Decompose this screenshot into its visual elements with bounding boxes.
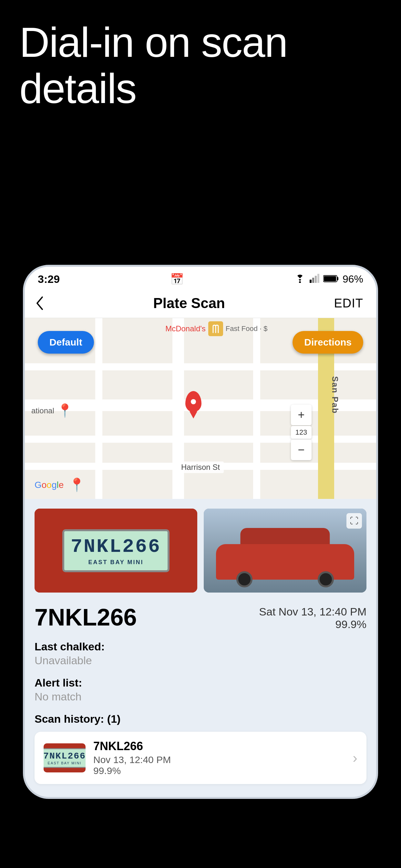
last-chalked-label: Last chalked: [35,640,366,653]
location-pin [185,391,202,412]
phone-mockup: 3:29 📅 [23,265,378,799]
location-pin-body [185,391,202,412]
history-plate-num: 7NKL266 [43,751,86,761]
last-chalked-value: Unavailable [35,654,366,667]
last-chalked-section: Last chalked: Unavailable [35,640,366,667]
map-zoom-controls: + 123 − [291,405,312,460]
national-marker: ational 📍 [31,403,73,418]
harrison-street-label: Harrison St [177,461,224,473]
history-plate-label: 7NKL266 [93,740,345,753]
car-photo[interactable]: ⛶ [204,508,366,593]
history-plate-mini: 7NKL266 EAST BAY MINI [43,748,86,768]
svg-rect-2 [312,278,314,283]
car-wheel-left [236,571,252,587]
plate-number-display: 7NKL266 [71,536,161,558]
photos-row: 7NKL266 EAST BAY MINI ⛶ [35,499,366,599]
scan-confidence: 99.9% [259,618,366,631]
san-pablo-label: San Pab [330,376,340,414]
hero-title: Dial-in on scan details [19,20,382,112]
status-calendar-icon: 📅 [170,273,184,285]
scan-date: Sat Nov 13, 12:40 PM [259,606,366,618]
google-pin-icon: 📍 [69,477,85,492]
plate-bottom-text: EAST BAY MINI [71,559,161,566]
hero-section: Dial-in on scan details [19,20,382,112]
expand-icon[interactable]: ⛶ [346,513,362,529]
history-chevron-icon: › [352,750,358,766]
svg-point-0 [299,281,301,283]
mcdonalds-label: McDonald's [165,324,206,333]
history-info: 7NKL266 Nov 13, 12:40 PM 99.9% [93,740,345,776]
mcdonalds-marker: McDonald's Fast Food · $ [165,321,267,336]
nav-title: Plate Scan [153,295,225,311]
google-logo: Google [35,480,64,490]
plate-photo[interactable]: 7NKL266 EAST BAY MINI [35,508,197,593]
plate-heading: 7NKL266 [35,606,137,629]
national-label: ational [31,406,54,415]
directions-button[interactable]: Directions [292,331,363,353]
battery-icon [323,273,339,285]
status-icons: 96% [294,273,363,285]
alert-list-label: Alert list: [35,677,366,689]
alert-list-value: No match [35,690,366,703]
svg-rect-7 [324,276,336,281]
history-date: Nov 13, 12:40 PM [93,754,345,765]
svg-rect-6 [337,277,338,280]
info-row: 7NKL266 Sat Nov 13, 12:40 PM 99.9% [35,602,366,631]
zoom-in-button[interactable]: + [291,405,312,425]
alert-list-section: Alert list: No match [35,677,366,703]
car-body [216,544,354,580]
svg-rect-1 [310,280,312,283]
plate-frame: 7NKL266 EAST BAY MINI [62,529,169,572]
map-container[interactable]: San Pab McDonald's Fast Food · $ ational… [25,318,376,499]
history-card[interactable]: 7NKL266 EAST BAY MINI 7NKL266 Nov 13, 12… [35,732,366,784]
wifi-icon [294,273,306,285]
history-confidence: 99.9% [93,765,345,776]
svg-rect-3 [315,276,317,283]
car-wheel-right [318,571,334,587]
location-pin-dot [191,399,196,404]
history-plate-sub: EAST BAY MINI [43,761,86,765]
status-bar: 3:29 📅 [25,267,376,289]
battery-percent: 96% [343,273,363,285]
signal-icon [310,273,319,285]
history-thumb: 7NKL266 EAST BAY MINI [43,743,86,772]
mcdonalds-icon [208,321,223,336]
zoom-out-button[interactable]: − [291,439,312,460]
national-pin-icon: 📍 [57,403,73,418]
mcdonalds-sub: Fast Food · $ [226,324,268,333]
back-button[interactable] [35,296,44,311]
google-branding: Google 📍 [35,477,85,492]
zoom-badge: 123 [291,426,312,439]
svg-rect-4 [317,274,319,283]
scan-meta: Sat Nov 13, 12:40 PM 99.9% [259,602,366,631]
default-map-button[interactable]: Default [38,331,94,353]
plate-image: 7NKL266 EAST BAY MINI [35,508,197,593]
edit-button[interactable]: EDIT [334,297,363,310]
scan-history-header: Scan history: (1) [35,713,366,725]
car-image [204,508,366,593]
top-nav: Plate Scan EDIT [25,289,376,318]
status-time: 3:29 [38,273,60,285]
content-area: 7NKL266 EAST BAY MINI ⛶ 7NKL266 [25,499,376,797]
